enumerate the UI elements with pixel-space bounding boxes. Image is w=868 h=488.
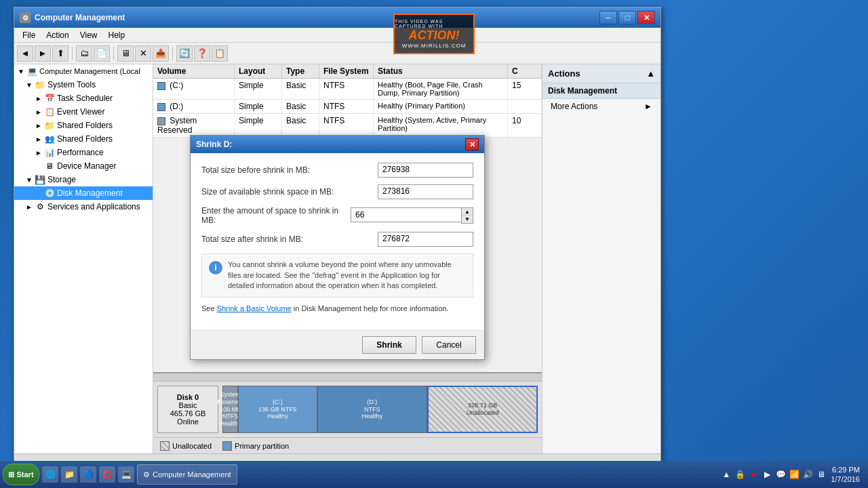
- taskbar: ⊞ Start 🌐 📁 🔵 ⭕ 💻 ⚙ Computer Management …: [0, 461, 868, 488]
- desktop: ⚙ Computer Management ─ □ ✕ File Action …: [0, 0, 868, 488]
- info-icon: i: [209, 261, 222, 274]
- logo-top-text: THIS VIDEO WAS CAPTURED WITH: [395, 19, 473, 28]
- dialog-row-available: Size of available shrink space in MB: 27…: [201, 184, 473, 199]
- dialog-row-total-before: Total size before shrink in MB: 276938: [201, 163, 473, 178]
- dialog-info-area: i You cannot shrink a volume beyond the …: [201, 253, 473, 297]
- dialog-info-text: You cannot shrink a volume beyond the po…: [228, 260, 466, 291]
- dialog-close-button[interactable]: ✕: [465, 138, 479, 150]
- shrink-amount-input[interactable]: [351, 207, 461, 222]
- systray-volume-icon[interactable]: 🔊: [802, 469, 813, 480]
- title-bar: ⚙ Computer Management ─ □ ✕: [14, 7, 660, 28]
- clock-date: 1/7/2016: [831, 474, 860, 484]
- taskbar-icon-app[interactable]: 💻: [118, 466, 134, 483]
- shrink-basic-volume-link[interactable]: Shrink a Basic Volume: [217, 304, 292, 312]
- taskbar-icon-folder[interactable]: 📁: [61, 466, 77, 483]
- clock-time: 6:29 PM: [831, 465, 860, 474]
- value-total-after: 276872: [378, 232, 473, 247]
- dialog-body: Total size before shrink in MB: 276938 S…: [191, 153, 484, 329]
- dialog-title: Shrink D:: [196, 140, 465, 149]
- systray-play-icon[interactable]: ▶: [762, 469, 772, 480]
- start-label: ⊞ Start: [8, 470, 33, 479]
- dialog-row-total-after: Total size after shrink in MB: 276872: [201, 232, 473, 247]
- dialog-titlebar: Shrink D: ✕: [191, 136, 484, 153]
- dialog-row-amount: Enter the amount of space to shrink in M…: [201, 206, 473, 225]
- systray-network-icon[interactable]: 📶: [789, 469, 800, 480]
- minimize-button[interactable]: ─: [599, 11, 617, 24]
- system-clock[interactable]: 6:29 PM 1/7/2016: [831, 465, 860, 485]
- spin-down-button[interactable]: ▼: [462, 216, 473, 223]
- systray-msg-icon[interactable]: 💬: [775, 469, 786, 480]
- label-amount: Enter the amount of space to shrink in M…: [201, 206, 351, 225]
- label-total-before: Total size before shrink in MB:: [201, 165, 378, 175]
- shrink-button[interactable]: Shrink: [362, 336, 416, 354]
- maximize-button[interactable]: □: [618, 11, 636, 24]
- cancel-button[interactable]: Cancel: [422, 336, 476, 354]
- shrink-amount-spinbox: ▲ ▼: [351, 207, 473, 224]
- link-suffix: in Disk Management help for more informa…: [292, 304, 449, 312]
- taskbar-icon-browser[interactable]: 🌐: [42, 466, 58, 483]
- value-available: 273816: [378, 184, 473, 199]
- dialog-link-area: See Shrink a Basic Volume in Disk Manage…: [201, 304, 473, 312]
- label-total-after: Total size after shrink in MB:: [201, 235, 378, 244]
- title-bar-controls: ─ □ ✕: [599, 11, 655, 24]
- value-total-before: 276938: [378, 163, 473, 178]
- taskbar-icon-opera[interactable]: ⭕: [99, 466, 115, 483]
- main-window: ⚙ Computer Management ─ □ ✕ File Action …: [14, 7, 661, 468]
- spin-buttons: ▲ ▼: [461, 207, 473, 224]
- taskbar-btn-icon: ⚙: [143, 470, 150, 479]
- systray-lock-icon[interactable]: 🔒: [734, 469, 745, 480]
- taskbar-computer-management[interactable]: ⚙ Computer Management: [137, 464, 237, 485]
- systray-red-icon[interactable]: ●: [748, 469, 759, 480]
- systray-display-icon[interactable]: 🖥: [816, 469, 827, 480]
- dialog-overlay: Shrink D: ✕ Total size before shrink in …: [14, 28, 660, 467]
- shrink-dialog: Shrink D: ✕ Total size before shrink in …: [190, 135, 485, 359]
- link-prefix: See: [201, 304, 217, 312]
- taskbar-btn-label: Computer Management: [153, 470, 231, 479]
- label-available: Size of available shrink space in MB:: [201, 187, 378, 197]
- systray-show-hidden[interactable]: ▲: [721, 469, 732, 480]
- spin-up-button[interactable]: ▲: [462, 208, 473, 216]
- taskbar-right: ▲ 🔒 ● ▶ 💬 📶 🔊 🖥 6:29 PM 1/7/2016: [721, 465, 865, 485]
- taskbar-icon-ie[interactable]: 🔵: [80, 466, 96, 483]
- close-button[interactable]: ✕: [637, 11, 655, 24]
- window-title: Computer Management: [35, 13, 599, 22]
- systray-icons: ▲ 🔒 ● ▶ 💬 📶 🔊 🖥: [721, 469, 827, 480]
- window-icon: ⚙: [20, 12, 31, 23]
- start-button[interactable]: ⊞ Start: [3, 464, 39, 485]
- dialog-footer: Shrink Cancel: [191, 330, 484, 359]
